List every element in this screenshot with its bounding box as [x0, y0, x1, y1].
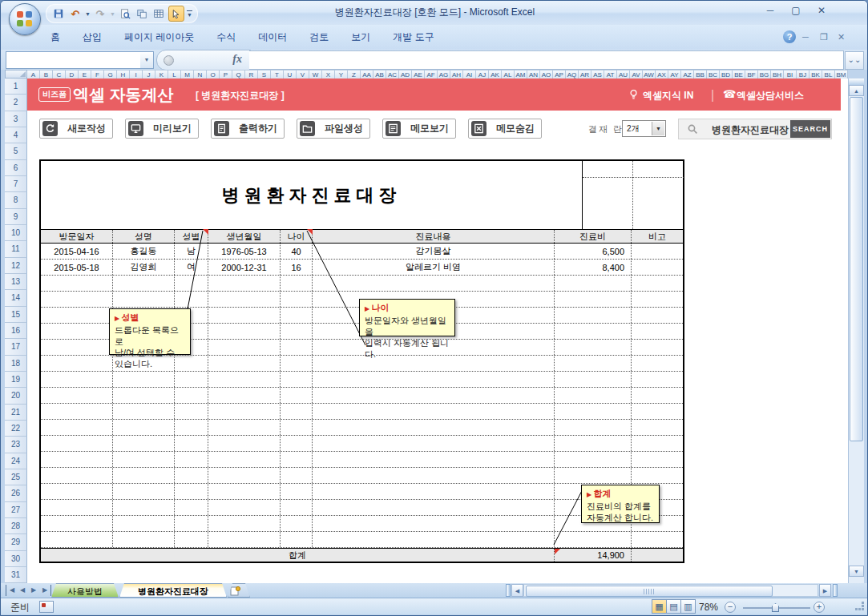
table-cell[interactable] [41, 452, 113, 467]
column-header[interactable]: X [322, 70, 335, 79]
table-header-cell[interactable]: 생년월일 [208, 230, 281, 243]
column-header[interactable]: AS [591, 70, 604, 79]
table-cell[interactable] [281, 292, 313, 307]
table-cell[interactable] [632, 324, 683, 339]
table-cell[interactable] [313, 532, 555, 547]
excel-knowledge-link[interactable]: 엑셀지식 IN [643, 89, 693, 103]
row-header[interactable]: 9 [5, 209, 27, 225]
column-header[interactable]: AU [617, 70, 630, 79]
column-header[interactable]: AV [630, 70, 643, 79]
column-header[interactable]: BB [694, 70, 707, 79]
table-cell[interactable] [208, 468, 281, 483]
column-header[interactable]: AD [399, 70, 412, 79]
column-header[interactable]: U [284, 70, 297, 79]
zoom-slider-thumb[interactable] [772, 603, 779, 612]
table-cell[interactable] [175, 404, 208, 419]
table-cell[interactable] [208, 500, 281, 515]
table-cell[interactable] [313, 468, 555, 483]
column-header[interactable]: S [258, 70, 271, 79]
column-header[interactable]: BI [784, 70, 797, 79]
table-cell[interactable]: 감기몸살 [313, 244, 555, 259]
zoom-in-icon[interactable]: + [813, 602, 825, 613]
search-button[interactable]: SEARCH [790, 120, 830, 138]
table-cell[interactable] [555, 308, 632, 323]
table-cell[interactable] [41, 308, 113, 323]
sheet-tab-usage[interactable]: 사용방법 [51, 583, 119, 598]
table-cell[interactable] [208, 324, 281, 339]
column-header[interactable]: M [181, 70, 194, 79]
insert-function-button[interactable]: fx [156, 50, 251, 70]
table-cell[interactable] [175, 276, 208, 291]
search-box[interactable]: 병원환자진료대장 SEARCH [678, 119, 832, 139]
table-cell[interactable] [113, 276, 175, 291]
table-cell[interactable] [281, 388, 313, 403]
table-cell[interactable] [208, 276, 281, 291]
table-cell[interactable]: 홍길동 [113, 244, 175, 259]
table-cell[interactable]: 여 [175, 260, 208, 275]
table-cell[interactable] [281, 308, 313, 323]
table-cell[interactable] [632, 308, 683, 323]
form-button-1[interactable]: 새로작성 [39, 119, 113, 139]
zoom-out-icon[interactable]: − [725, 602, 736, 613]
table-cell[interactable] [208, 420, 281, 435]
ribbon-tab-1[interactable]: 홈 [39, 25, 71, 50]
column-header[interactable]: AZ [681, 70, 694, 79]
table-cell[interactable] [208, 292, 281, 307]
row-header[interactable]: 28 [5, 518, 27, 534]
table-cell[interactable] [313, 500, 555, 515]
zoom-level[interactable]: 78% [699, 602, 718, 613]
office-button[interactable] [9, 3, 41, 35]
column-header[interactable]: AQ [566, 70, 579, 79]
column-header[interactable]: BL [822, 70, 835, 79]
column-header[interactable]: Z [348, 70, 361, 79]
table-cell[interactable] [555, 324, 632, 339]
table-cell[interactable] [113, 436, 175, 451]
table-cell[interactable] [632, 372, 683, 387]
workbook-minimize-icon[interactable]: ─ [802, 32, 809, 42]
maximize-button[interactable]: ▢ [789, 5, 802, 16]
search-input[interactable]: 병원환자진료대장 [706, 123, 794, 137]
ribbon-tab-7[interactable]: 보기 [340, 25, 382, 50]
table-cell[interactable] [208, 404, 281, 419]
table-cell[interactable] [41, 292, 113, 307]
table-header-cell[interactable]: 진료내용 [313, 230, 555, 243]
column-header[interactable]: P [220, 70, 232, 79]
scroll-up-icon[interactable]: ▲ [849, 85, 864, 96]
column-header[interactable]: AG [438, 70, 450, 79]
column-header[interactable]: AF [425, 70, 438, 79]
row-header[interactable]: 17 [5, 339, 27, 355]
table-cell[interactable] [313, 436, 555, 451]
table-cell[interactable] [632, 244, 683, 259]
column-header[interactable]: AT [604, 70, 617, 79]
table-cell[interactable] [313, 388, 555, 403]
macro-record-icon[interactable] [39, 601, 54, 613]
table-cell[interactable] [555, 452, 632, 467]
row-header[interactable]: 22 [5, 421, 27, 437]
scroll-down-icon[interactable]: ▼ [849, 566, 864, 577]
column-header[interactable]: T [271, 70, 284, 79]
row-header[interactable]: 12 [5, 258, 27, 274]
column-header[interactable]: AK [489, 70, 502, 79]
table-cell[interactable] [313, 276, 555, 291]
column-header[interactable]: AN [527, 70, 540, 79]
column-header[interactable]: I [130, 70, 143, 79]
table-cell[interactable] [208, 516, 281, 531]
table-cell[interactable] [41, 324, 113, 339]
total-note-cell[interactable] [632, 549, 683, 562]
row-header[interactable]: 15 [5, 307, 27, 323]
column-header[interactable]: C [53, 70, 66, 79]
column-header[interactable]: BJ [797, 70, 809, 79]
column-header[interactable]: AM [515, 70, 527, 79]
row-header[interactable]: 14 [5, 290, 27, 306]
excel-support-link[interactable]: 엑셀상담서비스 [737, 89, 804, 103]
table-cell[interactable] [175, 484, 208, 499]
table-cell[interactable] [113, 420, 175, 435]
name-box-dropdown-icon[interactable]: ▼ [140, 51, 154, 69]
table-cell[interactable]: 알레르기 비염 [313, 260, 555, 275]
form-button-4[interactable]: 파일생성 [297, 119, 370, 139]
column-header[interactable]: BM [835, 70, 848, 79]
table-cell[interactable] [113, 532, 175, 547]
scroll-right-icon[interactable]: ▶ [819, 584, 831, 597]
column-header[interactable]: AO [540, 70, 553, 79]
table-cell[interactable] [555, 420, 632, 435]
